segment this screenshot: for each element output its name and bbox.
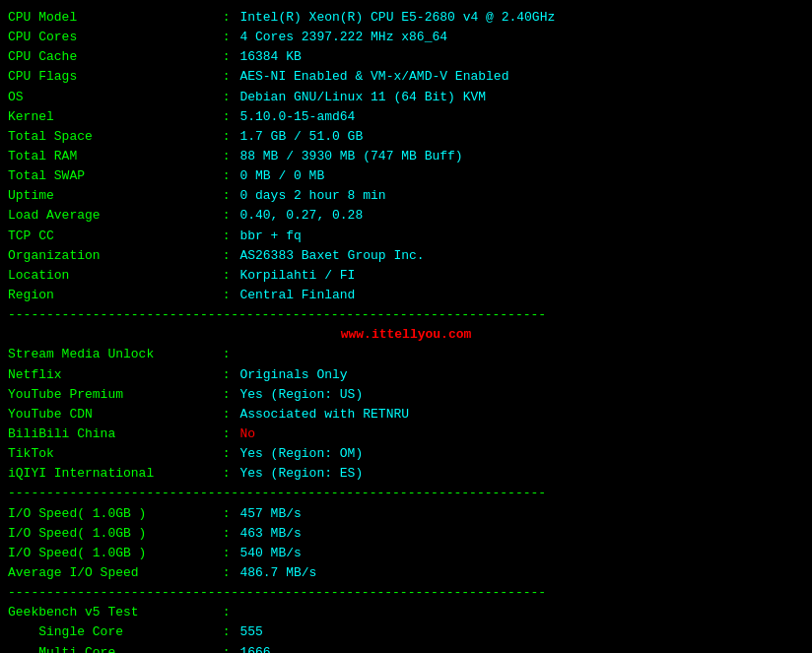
row-colon: : [215,345,237,364]
info-row: TikTok : Yes (Region: OM) [8,444,804,464]
row-value: 463 MB/s [239,524,301,544]
row-label: Multi Core [8,643,215,654]
row-label: iQIYI International [8,464,215,484]
info-row: I/O Speed( 1.0GB ) : 463 MB/s [8,524,804,544]
row-value: AES-NI Enabled & VM-x/AMD-V Enabled [239,67,508,87]
row-value: 0 MB / 0 MB [239,166,324,186]
row-colon: : [215,8,237,28]
row-label: CPU Flags [8,67,215,87]
row-colon: : [215,544,237,563]
row-colon: : [215,166,237,186]
row-label: YouTube CDN [8,405,215,424]
info-row: TCP CC : bbr + fq [8,227,804,246]
row-label: BiliBili China [8,424,215,444]
bench-section: Geekbench v5 Test : Single Core : 555 Mu… [8,603,804,653]
row-value: 540 MB/s [239,544,301,563]
row-label: TikTok [8,444,215,464]
row-value: Yes (Region: US) [239,385,363,405]
info-row: iQIYI International : Yes (Region: ES) [8,464,804,484]
info-row: YouTube CDN : Associated with RETNRU [8,405,804,424]
info-row: Single Core : 555 [8,622,804,642]
info-row: Total Space : 1.7 GB / 51.0 GB [8,127,804,147]
info-row: Average I/O Speed : 486.7 MB/s [8,563,804,583]
info-row: CPU Cores : 4 Cores 2397.222 MHz x86_64 [8,28,804,47]
row-label: YouTube Premium [8,385,215,405]
row-label: I/O Speed( 1.0GB ) [8,544,215,563]
row-value: 555 [239,622,262,642]
info-row: Total RAM : 88 MB / 3930 MB (747 MB Buff… [8,147,804,166]
info-row: Region : Central Finland [8,286,804,305]
row-label: I/O Speed( 1.0GB ) [8,524,215,544]
row-value: 16384 KB [239,47,301,67]
row-colon: : [215,424,237,444]
row-label: CPU Model [8,8,215,28]
row-label: Total SWAP [8,166,215,186]
row-label: Geekbench v5 Test [8,603,215,622]
row-value: 0 days 2 hour 8 min [239,186,385,206]
row-value: Central Finland [239,286,355,305]
row-label: CPU Cores [8,28,215,47]
row-label: Uptime [8,186,215,206]
row-value: 5.10.0-15-amd64 [239,107,355,127]
row-colon: : [215,563,237,583]
row-label: CPU Cache [8,47,215,67]
row-value: 457 MB/s [239,504,301,524]
row-label: Single Core [8,622,215,642]
row-colon: : [215,603,237,622]
row-colon: : [215,227,237,246]
row-label: Kernel [8,107,215,127]
row-value: Yes (Region: OM) [239,444,363,464]
row-colon: : [215,206,237,226]
row-value: Yes (Region: ES) [239,464,363,484]
divider-3: ----------------------------------------… [8,583,804,603]
info-row: Uptime : 0 days 2 hour 8 min [8,186,804,206]
row-label: Region [8,286,215,305]
row-label: Load Average [8,206,215,226]
row-colon: : [215,266,237,286]
info-row: CPU Model : Intel(R) Xeon(R) CPU E5-2680… [8,8,804,28]
info-row: CPU Cache : 16384 KB [8,47,804,67]
row-colon: : [215,524,237,544]
info-row: CPU Flags : AES-NI Enabled & VM-x/AMD-V … [8,67,804,87]
row-label: Average I/O Speed [8,563,215,583]
row-label: I/O Speed( 1.0GB ) [8,504,215,524]
terminal: CPU Model : Intel(R) Xeon(R) CPU E5-2680… [8,8,804,653]
row-value: 88 MB / 3930 MB (747 MB Buff) [239,147,462,166]
divider-1: ----------------------------------------… [8,305,804,325]
row-value: Debian GNU/Linux 11 (64 Bit) KVM [239,88,486,107]
row-colon: : [215,622,237,642]
row-value: 4 Cores 2397.222 MHz x86_64 [239,28,447,47]
row-colon: : [215,147,237,166]
row-colon: : [215,444,237,464]
row-label: Netflix [8,365,215,385]
info-row: Netflix : Originals Only [8,365,804,385]
row-label: TCP CC [8,227,215,246]
row-colon: : [215,504,237,524]
row-value: Korpilahti / FI [239,266,355,286]
row-colon: : [215,47,237,67]
row-label: Total Space [8,127,215,147]
row-value: 0.40, 0.27, 0.28 [239,206,363,226]
info-row: Stream Media Unlock : [8,345,804,364]
row-value: Associated with RETNRU [239,405,409,424]
row-value: Originals Only [239,365,347,385]
info-row: Geekbench v5 Test : [8,603,804,622]
row-colon: : [215,28,237,47]
row-colon: : [215,385,237,405]
info-row: I/O Speed( 1.0GB ) : 540 MB/s [8,544,804,563]
media-section: Stream Media Unlock : Netflix : Original… [8,345,804,484]
info-row: Kernel : 5.10.0-15-amd64 [8,107,804,127]
row-label: OS [8,88,215,107]
row-value: No [239,424,255,444]
row-colon: : [215,67,237,87]
row-colon: : [215,107,237,127]
info-row: Load Average : 0.40, 0.27, 0.28 [8,206,804,226]
info-row: OS : Debian GNU/Linux 11 (64 Bit) KVM [8,88,804,107]
row-colon: : [215,464,237,484]
row-value: 1666 [239,643,270,654]
row-colon: : [215,246,237,266]
row-colon: : [215,127,237,147]
row-colon: : [215,88,237,107]
row-colon: : [215,286,237,305]
info-row: Multi Core : 1666 [8,643,804,654]
